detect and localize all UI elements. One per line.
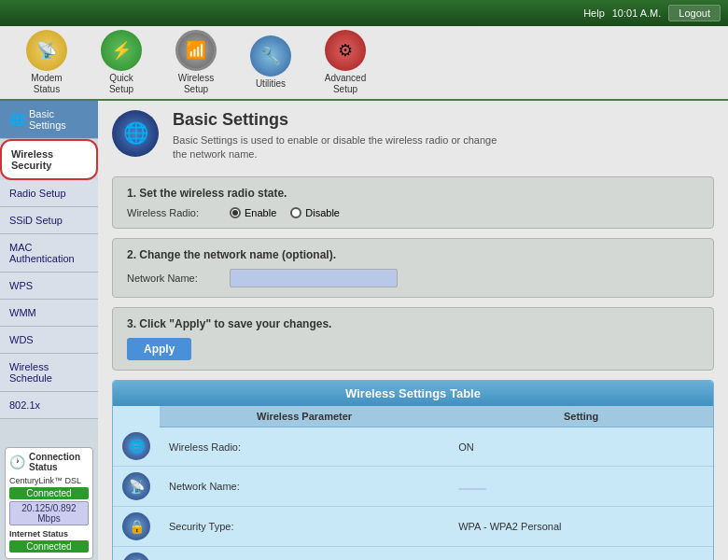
nav-label-modem: ModemStatus <box>31 73 62 95</box>
network-name-input[interactable] <box>230 269 398 287</box>
utilities-icon: 🔧 <box>250 35 291 77</box>
sidebar-item-wps[interactable]: WPS <box>0 273 98 300</box>
sidebar-label-wmm: WMM <box>9 307 36 318</box>
wst-row-value <box>449 467 713 507</box>
enable-radio-circle <box>230 207 241 218</box>
top-bar: Help 10:01 A.M. Logout <box>0 0 728 26</box>
wst-col-param: Wireless Parameter <box>160 406 449 427</box>
dsl-connected-badge: Connected <box>9 487 89 499</box>
enable-radio[interactable]: Enable <box>230 207 276 218</box>
page-header: 🌐 Basic Settings Basic Settings is used … <box>112 110 714 162</box>
section-3-title: 3. Click "Apply" to save your changes. <box>127 317 699 330</box>
disable-label: Disable <box>305 207 340 218</box>
internet-connected-badge: Connected <box>9 540 89 553</box>
sidebar-item-mac-auth[interactable]: MACAuthentication <box>0 234 98 273</box>
gauge-icon: 🕐 <box>9 455 25 469</box>
network-name-label: Network Name: <box>127 273 220 284</box>
isp-label: CenturyLink™ DSL <box>9 476 89 485</box>
wst-row-param: Wireless Radio: <box>160 427 449 467</box>
main-layout: 🌐 Basic Settings Wireless Security Radio… <box>0 101 728 560</box>
wst-value-text: ON <box>458 441 474 453</box>
wst-row-icon: 🔑 <box>122 553 150 560</box>
wst-row: 🌐 Wireless Radio: ON <box>113 427 713 467</box>
wireless-settings-table: Wireless Settings Table Wireless Paramet… <box>112 380 714 560</box>
wst-col-setting: Setting <box>449 406 713 427</box>
sidebar-label-wireless-schedule: Wireless Schedule <box>9 361 52 384</box>
wst-value-text: WPA - WPA2 Personal <box>458 521 561 532</box>
wst-header: Wireless Settings Table <box>113 381 713 406</box>
sidebar-item-basic-settings[interactable]: 🌐 Basic Settings <box>0 101 98 139</box>
wst-row-icon-cell: 🔑 <box>113 547 160 560</box>
apply-button[interactable]: Apply <box>127 338 191 360</box>
wst-row-icon-cell: 🔒 <box>113 507 160 547</box>
sidebar-label-radio-setup: Radio Setup <box>9 188 66 199</box>
sidebar-item-802-1x[interactable]: 802.1x <box>0 392 98 419</box>
quick-icon: ⚡ <box>101 30 142 71</box>
page-header-icon: 🌐 <box>112 110 159 157</box>
modem-icon: 📡 <box>26 30 67 71</box>
nav-row: 📡 ModemStatus ⚡ QuickSetup 📶 WirelessSet… <box>0 26 728 101</box>
nav-item-wireless[interactable]: 📶 WirelessSetup <box>168 30 224 95</box>
page-header-text: Basic Settings Basic Settings is used to… <box>173 110 509 162</box>
disable-radio-circle <box>290 207 301 218</box>
advanced-icon: ⚙ <box>325 30 366 71</box>
nav-item-quick[interactable]: ⚡ QuickSetup <box>93 30 149 95</box>
sidebar-label-wps: WPS <box>9 280 33 291</box>
sidebar-label-wds: WDS <box>9 334 34 345</box>
internet-status-label: Internet Status <box>9 529 89 539</box>
connection-status-box: 🕐 Connection Status CenturyLink™ DSL Con… <box>5 447 93 559</box>
content-area: 🌐 Basic Settings Basic Settings is used … <box>98 101 728 560</box>
wst-row-icon-cell: 🌐 <box>113 427 160 467</box>
section-2-box: 2. Change the network name (optional). N… <box>112 238 714 298</box>
wireless-icon: 📶 <box>175 30 217 71</box>
section-3-box: 3. Click "Apply" to save your changes. A… <box>112 307 714 371</box>
sidebar-label-802-1x: 802.1x <box>9 399 40 411</box>
nav-label-quick: QuickSetup <box>109 73 133 95</box>
sidebar-item-radio-setup[interactable]: Radio Setup <box>0 180 98 207</box>
radio-group: Enable Disable <box>230 207 340 218</box>
section-1-title: 1. Set the wireless radio state. <box>127 187 699 200</box>
sidebar-item-wireless-schedule[interactable]: Wireless Schedule <box>0 354 98 392</box>
nav-item-modem[interactable]: 📡 ModemStatus <box>19 30 75 95</box>
sidebar-item-wireless-security[interactable]: Wireless Security <box>0 139 98 180</box>
wst-value-badge <box>458 488 486 490</box>
nav-label-advanced: AdvancedSetup <box>325 73 366 95</box>
wst-row-param: Security Key/Passphrase <box>160 547 449 560</box>
section-2-title: 2. Change the network name (optional). <box>127 248 699 261</box>
logout-button[interactable]: Logout <box>668 5 721 21</box>
nav-label-utilities: Utilities <box>256 78 286 90</box>
wst-row: 📡 Network Name: <box>113 467 713 507</box>
wst-row-value: ON <box>449 427 713 467</box>
sidebar-label-basic-settings: Basic Settings <box>29 108 89 131</box>
wst-row: 🔒 Security Type: WPA - WPA2 Personal <box>113 507 713 547</box>
sidebar-label-mac-auth: MACAuthentication <box>9 242 75 264</box>
wst-row-value <box>449 547 713 560</box>
nav-item-advanced[interactable]: ⚙ AdvancedSetup <box>317 30 373 95</box>
wst-row-value: WPA - WPA2 Personal <box>449 507 713 547</box>
help-label: Help <box>583 7 605 19</box>
sidebar-item-wmm[interactable]: WMM <box>0 300 98 327</box>
section-2-row: Network Name: <box>127 269 699 287</box>
sidebar-item-ssid-setup[interactable]: SSiD Setup <box>0 207 98 234</box>
sidebar-label-wireless-security: Wireless Security <box>11 148 53 171</box>
sidebar: 🌐 Basic Settings Wireless Security Radio… <box>0 101 98 560</box>
nav-item-utilities[interactable]: 🔧 Utilities <box>243 35 299 90</box>
enable-label: Enable <box>245 207 276 218</box>
wst-col-icon <box>113 406 160 427</box>
connection-status-title: 🕐 Connection Status <box>9 452 89 472</box>
page-description: Basic Settings is used to enable or disa… <box>173 133 509 162</box>
wst-row-param: Security Type: <box>160 507 449 547</box>
page-title: Basic Settings <box>173 110 509 130</box>
speed-badge: 20.125/0.892 Mbps <box>9 501 89 525</box>
wst-row-icon: 🔒 <box>122 512 150 540</box>
wst-row-param: Network Name: <box>160 467 449 507</box>
wst-row-icon: 🌐 <box>122 432 150 460</box>
section-1-row: Wireless Radio: Enable Disable <box>127 207 699 218</box>
wst-table: Wireless Parameter Setting 🌐 Wireless Ra… <box>113 406 713 560</box>
wst-row-icon: 📡 <box>122 472 150 500</box>
disable-radio[interactable]: Disable <box>290 207 340 218</box>
sidebar-item-wds[interactable]: WDS <box>0 327 98 354</box>
nav-label-wireless: WirelessSetup <box>178 73 214 95</box>
wireless-radio-label: Wireless Radio: <box>127 207 220 218</box>
wst-row: 🔑 Security Key/Passphrase <box>113 547 713 560</box>
